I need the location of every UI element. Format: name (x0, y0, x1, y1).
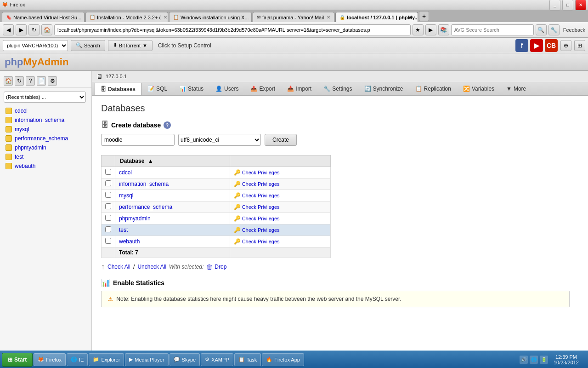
checkbox-perf[interactable] (105, 203, 111, 209)
cb-icon[interactable]: CB (545, 39, 558, 52)
collation-select[interactable]: utf8_unicode_ci utf8_general_ci latin1_s… (178, 134, 261, 146)
tab-more[interactable]: ▼ More (500, 82, 532, 95)
tab-3[interactable]: 📋 Windows installation using X... ✕ (169, 12, 252, 22)
start-button[interactable]: ⊞ Start (2, 353, 33, 367)
search-button[interactable]: 🔍 Search (71, 40, 105, 51)
sidebar-refresh-btn[interactable]: ↻ (15, 76, 24, 86)
check-priv-test[interactable]: 🔑 Check Privileges (234, 227, 327, 233)
tab-sql[interactable]: 📝 SQL (141, 82, 173, 95)
taskbar-explorer[interactable]: 📁 Explorer (89, 353, 124, 366)
tab-4-close[interactable]: ✕ (327, 15, 330, 20)
sidebar-link-information_schema[interactable]: information_schema (15, 117, 64, 123)
sidebar-link-mysql[interactable]: mysql (15, 126, 29, 132)
systray-icon-3[interactable]: 🔋 (540, 356, 548, 364)
search-icon[interactable]: 🔍 (536, 24, 547, 35)
home-btn[interactable]: 🏠 (41, 24, 52, 35)
tab-synchronize[interactable]: 🔄 Synchronize (358, 82, 409, 95)
check-priv-info[interactable]: 🔑 Check Privileges (234, 181, 327, 187)
tab-status[interactable]: 📊 Status (173, 82, 209, 95)
db-link-mysql[interactable]: mysql (119, 192, 133, 199)
database-header[interactable]: Database ▲ (115, 155, 230, 167)
check-all-btn[interactable]: Check All (107, 264, 130, 270)
tab-users[interactable]: 👤 Users (209, 82, 244, 95)
minimize-btn[interactable]: _ (549, 0, 560, 11)
taskbar-firefox-app[interactable]: 🔥 Firefox App (262, 353, 304, 366)
tab-settings[interactable]: 🔧 Settings (317, 82, 358, 95)
tab-4[interactable]: ✉ fajar.purnama - Yahoo! Mail ✕ (253, 12, 334, 22)
db-link-cdcol[interactable]: cdcol (119, 169, 132, 176)
sidebar-link-phpmyadmin[interactable]: phpmyadmin (15, 144, 46, 151)
systray-icon-2[interactable]: 🌐 (530, 356, 538, 364)
sidebar-item-information_schema[interactable]: information_schema (0, 115, 91, 125)
sidebar-item-performance_schema[interactable]: performance_schema (0, 134, 91, 143)
extensions-btn[interactable]: 🔧 (548, 24, 560, 35)
address-input[interactable] (54, 24, 411, 35)
check-priv-pma[interactable]: 🔑 Check Privileges (234, 215, 327, 222)
bookmark-btn[interactable]: 📚 (438, 24, 449, 35)
taskbar-task[interactable]: 📋 Task (234, 353, 261, 366)
checkbox-webauth[interactable] (105, 238, 111, 244)
sidebar-item-cdcol[interactable]: cdcol (0, 106, 91, 115)
feedback-link[interactable]: Feedback (563, 27, 585, 33)
sidebar-link-cdcol[interactable]: cdcol (15, 108, 28, 114)
tab-5[interactable]: 🔒 localhost / 127.0.0.1 | phpMy... ✕ (335, 12, 418, 22)
systray-icon-1[interactable]: 🔊 (520, 356, 528, 364)
checkbox-info[interactable] (105, 180, 111, 186)
tab-2-close[interactable]: ✕ (164, 15, 167, 20)
taskbar-firefox[interactable]: 🦊 Firefox (34, 353, 66, 366)
browser-search-input[interactable] (451, 24, 534, 35)
back-btn[interactable]: ◀ (3, 24, 14, 35)
plugin-select[interactable]: plugin VARCHAR(100) (3, 40, 68, 51)
tab-import[interactable]: 📥 Import (281, 82, 317, 95)
maximize-btn[interactable]: □ (562, 0, 573, 11)
check-priv-perf[interactable]: 🔑 Check Privileges (234, 204, 327, 210)
sidebar-settings-btn[interactable]: ⚙ (48, 76, 57, 86)
new-tab-btn[interactable]: + (419, 11, 429, 21)
tab-variables[interactable]: 🔀 Variables (457, 82, 500, 95)
setup-control-label[interactable]: Click to Setup Control (158, 42, 211, 49)
checkbox-pma[interactable] (105, 215, 111, 221)
sidebar-item-mysql[interactable]: mysql (0, 125, 91, 134)
next-btn[interactable]: ▶ (425, 24, 436, 35)
tab-replication[interactable]: 📋 Replication (409, 82, 457, 95)
taskbar-media[interactable]: ▶ Media Player (125, 353, 168, 366)
db-link-pma[interactable]: phpmyadmin (119, 215, 151, 222)
db-link-test[interactable]: test (119, 227, 128, 233)
checkbox-test[interactable] (105, 226, 111, 232)
sidebar-item-phpmyadmin[interactable]: phpmyadmin (0, 143, 91, 152)
sidebar-item-webauth[interactable]: webauth (0, 161, 91, 171)
taskbar-skype[interactable]: 💬 Skype (170, 353, 200, 366)
sidebar-link-webauth[interactable]: webauth (15, 163, 35, 169)
db-link-webauth[interactable]: webauth (119, 238, 140, 245)
create-button[interactable]: Create (265, 134, 297, 146)
extra-btn-1[interactable]: ⊕ (560, 40, 571, 51)
youtube-icon[interactable]: ▶ (530, 39, 543, 52)
help-icon[interactable]: ? (164, 121, 171, 129)
checkbox-cdcol[interactable] (105, 169, 111, 175)
taskbar-ie[interactable]: 🌐 IE (67, 353, 88, 366)
close-btn[interactable]: ✕ (575, 0, 586, 11)
pma-logo[interactable]: phpMyAdmin (5, 56, 68, 68)
sidebar-link-test[interactable]: test (15, 154, 23, 160)
sidebar-docs-btn[interactable]: 📄 (37, 76, 46, 86)
check-priv-mysql[interactable]: 🔑 Check Privileges (234, 192, 327, 199)
tab-2[interactable]: 📋 Installation - Moodle 2.3.2+ ( ✕ (85, 12, 168, 22)
star-btn[interactable]: ★ (413, 24, 424, 35)
recent-tables-select[interactable]: (Recent tables) ... (4, 92, 86, 103)
extra-btn-2[interactable]: ⊞ (574, 40, 585, 51)
sidebar-home-btn[interactable]: 🏠 (4, 76, 13, 86)
check-priv-cdcol[interactable]: 🔑 Check Privileges (234, 169, 327, 176)
facebook-icon[interactable]: f (515, 39, 528, 52)
tab-databases[interactable]: 🗄 Databases (95, 83, 141, 95)
sidebar-help-btn[interactable]: ? (26, 76, 35, 86)
reload-btn[interactable]: ↻ (28, 24, 40, 35)
taskbar-xampp[interactable]: ⚙ XAMPP (201, 353, 233, 366)
forward-btn[interactable]: ▶ (16, 24, 27, 35)
taskbar-clock[interactable]: 12:39 PM 10/23/2012 (550, 354, 582, 365)
sidebar-item-test[interactable]: test (0, 152, 91, 161)
tab-export[interactable]: 📤 Export (244, 82, 281, 95)
sidebar-link-performance_schema[interactable]: performance_schema (15, 135, 68, 142)
tab-1-close[interactable]: ✕ (84, 15, 85, 20)
checkbox-mysql[interactable] (105, 192, 111, 198)
uncheck-all-btn[interactable]: Uncheck All (137, 264, 166, 270)
